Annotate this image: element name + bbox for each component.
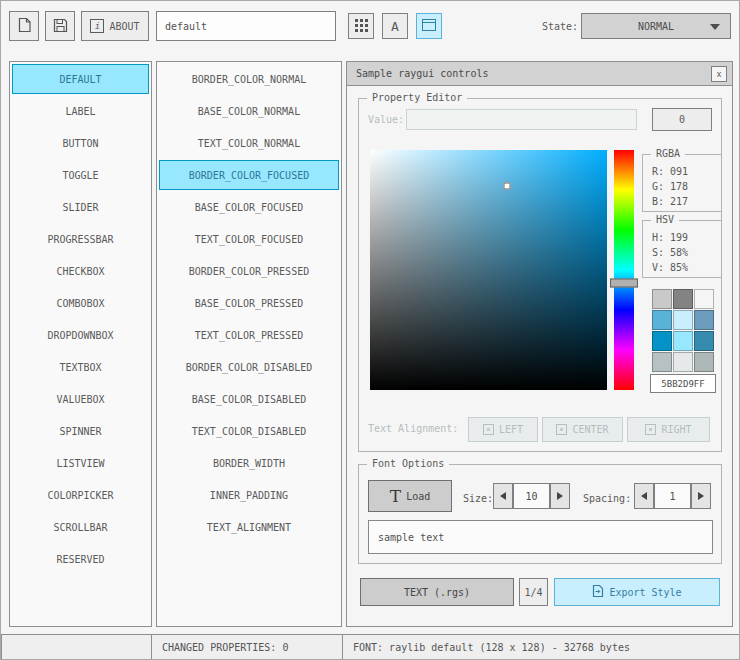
about-button[interactable]: i ABOUT	[81, 11, 149, 41]
control-item-dropdownbox[interactable]: DROPDOWNBOX	[12, 320, 149, 350]
control-item-listview[interactable]: LISTVIEW	[12, 448, 149, 478]
font-spacing-decrease-button[interactable]	[634, 483, 654, 509]
control-item-label[interactable]: LABEL	[12, 96, 149, 126]
controls-list: DEFAULTLABELBUTTONTOGGLESLIDERPROGRESSBA…	[9, 61, 152, 627]
rgba-g-value: G: 178	[652, 179, 721, 194]
load-style-button[interactable]	[9, 11, 39, 41]
control-item-default[interactable]: DEFAULT	[12, 64, 149, 94]
properties-list: BORDER_COLOR_NORMALBASE_COLOR_NORMALTEXT…	[156, 61, 342, 627]
control-item-valuebox[interactable]: VALUEBOX	[12, 384, 149, 414]
hsv-group-label: HSV	[651, 214, 679, 225]
file-icon	[17, 17, 32, 35]
export-icon	[592, 584, 604, 600]
color-swatch[interactable]	[652, 289, 672, 309]
statusbar-changed-properties: CHANGED PROPERTIES: 0	[151, 634, 343, 660]
control-item-reserved[interactable]: RESERVED	[12, 544, 149, 574]
align-center-icon	[556, 424, 567, 435]
export-format-button[interactable]: TEXT (.rgs)	[360, 578, 514, 606]
statusbar-font-info: FONT: raylib default (128 x 128) - 32768…	[342, 634, 740, 660]
control-item-slider[interactable]: SLIDER	[12, 192, 149, 222]
color-picker-panel[interactable]	[370, 150, 607, 390]
font-size-decrease-button[interactable]	[493, 483, 513, 509]
changed-properties-text: CHANGED PROPERTIES: 0	[162, 642, 288, 653]
control-item-toggle[interactable]: TOGGLE	[12, 160, 149, 190]
control-item-scrollbar[interactable]: SCROLLBAR	[12, 512, 149, 542]
export-style-button[interactable]: Export Style	[554, 578, 720, 606]
control-item-progressbar[interactable]: PROGRESSBAR	[12, 224, 149, 254]
color-picker-cursor[interactable]	[504, 183, 511, 190]
property-item-inner-padding[interactable]: INNER_PADDING	[159, 480, 339, 510]
property-item-border-color-disabled[interactable]: BORDER_COLOR_DISABLED	[159, 352, 339, 382]
style-name-input[interactable]	[156, 11, 336, 41]
property-item-base-color-focused[interactable]: BASE_COLOR_FOCUSED	[159, 192, 339, 222]
color-swatch[interactable]	[694, 331, 714, 351]
export-page-button[interactable]: 1/4	[519, 578, 548, 606]
control-item-checkbox[interactable]: CHECKBOX	[12, 256, 149, 286]
sample-text-input[interactable]: sample text	[368, 520, 713, 554]
font-load-button[interactable]: T Load	[368, 480, 452, 512]
color-swatch[interactable]	[673, 352, 693, 372]
font-spacing-label: Spacing:	[583, 493, 631, 504]
color-swatch[interactable]	[694, 289, 714, 309]
color-swatch[interactable]	[652, 310, 672, 330]
hue-bar[interactable]	[614, 150, 634, 390]
align-center-label: CENTER	[572, 424, 608, 435]
align-center-button: CENTER	[542, 417, 623, 442]
arrow-left-icon	[500, 492, 506, 500]
about-button-label: ABOUT	[109, 21, 139, 32]
property-item-text-color-disabled[interactable]: TEXT_COLOR_DISABLED	[159, 416, 339, 446]
font-atlas-button[interactable]: A	[382, 13, 408, 39]
property-item-base-color-normal[interactable]: BASE_COLOR_NORMAL	[159, 96, 339, 126]
save-style-button[interactable]	[45, 11, 75, 41]
control-item-textbox[interactable]: TEXTBOX	[12, 352, 149, 382]
align-right-icon	[645, 424, 656, 435]
control-item-colorpicker[interactable]: COLORPICKER	[12, 480, 149, 510]
control-item-spinner[interactable]: SPINNER	[12, 416, 149, 446]
color-swatch[interactable]	[673, 331, 693, 351]
property-item-border-color-pressed[interactable]: BORDER_COLOR_PRESSED	[159, 256, 339, 286]
property-item-base-color-pressed[interactable]: BASE_COLOR_PRESSED	[159, 288, 339, 318]
property-item-text-color-pressed[interactable]: TEXT_COLOR_PRESSED	[159, 320, 339, 350]
color-swatch[interactable]	[673, 289, 693, 309]
hsv-h-value: H: 199	[652, 230, 721, 245]
font-size-increase-button[interactable]	[550, 483, 570, 509]
property-editor-group-label: Property Editor	[367, 92, 467, 103]
state-label: State:	[542, 21, 578, 32]
property-item-border-color-normal[interactable]: BORDER_COLOR_NORMAL	[159, 64, 339, 94]
close-button[interactable]: x	[711, 66, 727, 82]
font-size-value[interactable]: 10	[513, 483, 550, 509]
property-item-base-color-disabled[interactable]: BASE_COLOR_DISABLED	[159, 384, 339, 414]
property-item-text-color-focused[interactable]: TEXT_COLOR_FOCUSED	[159, 224, 339, 254]
rgba-group-label: RGBA	[651, 148, 685, 159]
font-spacing-increase-button[interactable]	[691, 483, 711, 509]
font-load-label: Load	[406, 491, 430, 502]
control-item-button[interactable]: BUTTON	[12, 128, 149, 158]
font-spacing-value[interactable]: 1	[654, 483, 691, 509]
property-item-border-color-focused[interactable]: BORDER_COLOR_FOCUSED	[159, 160, 339, 190]
text-alignment-label: Text Alignment:	[368, 423, 458, 434]
hsv-values: H: 199 S: 58% V: 85%	[643, 221, 721, 275]
arrow-left-icon	[641, 492, 647, 500]
color-swatch[interactable]	[673, 310, 693, 330]
style-table-button[interactable]	[348, 13, 374, 39]
color-swatch[interactable]	[694, 352, 714, 372]
control-item-combobox[interactable]: COMBOBOX	[12, 288, 149, 318]
controls-window-button[interactable]	[416, 13, 442, 39]
hsv-v-value: V: 85%	[652, 260, 721, 275]
text-T-icon: T	[390, 488, 401, 505]
arrow-right-icon	[698, 492, 704, 500]
state-dropdown[interactable]: NORMAL	[581, 13, 731, 39]
hex-color-value[interactable]: 5BB2D9FF	[650, 374, 716, 393]
color-swatch[interactable]	[652, 331, 672, 351]
property-item-border-width[interactable]: BORDER_WIDTH	[159, 448, 339, 478]
color-swatch[interactable]	[652, 352, 672, 372]
color-swatch[interactable]	[694, 310, 714, 330]
value-input	[406, 109, 637, 130]
hue-slider[interactable]	[610, 278, 638, 287]
info-icon: i	[90, 19, 104, 33]
property-item-text-color-normal[interactable]: TEXT_COLOR_NORMAL	[159, 128, 339, 158]
window-icon	[422, 19, 436, 33]
align-left-label: LEFT	[499, 424, 523, 435]
value-button[interactable]: 0	[652, 108, 712, 131]
property-item-text-alignment[interactable]: TEXT_ALIGNMENT	[159, 512, 339, 542]
